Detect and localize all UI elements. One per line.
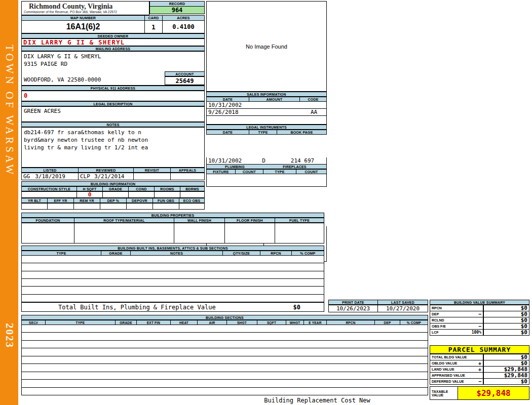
land-value-op: + bbox=[478, 367, 481, 372]
bs-sec-label: SEC# bbox=[21, 320, 46, 325]
building-sections-title: BUILDING SECTIONS bbox=[21, 315, 428, 320]
depovr-value bbox=[127, 203, 153, 210]
construction-style-value bbox=[21, 191, 77, 198]
cond-value bbox=[129, 191, 155, 198]
wall-finish-label: WALL FINISH bbox=[174, 218, 225, 223]
dep-pct-value bbox=[100, 203, 127, 210]
building-sections-column-headers: SEC# TYPE GRADE EXT FIN HEAT AIR SHGT SQ… bbox=[21, 320, 428, 325]
dep-op: − bbox=[478, 311, 481, 317]
bs-dep-label: DEP bbox=[375, 320, 400, 325]
built-in-rpcn-label: RPCN bbox=[260, 251, 292, 256]
deeded-owner-label: DEEDED OWNER bbox=[21, 33, 205, 38]
foundation-value bbox=[21, 223, 74, 244]
fuel-type-label: FUEL TYPE bbox=[275, 218, 324, 223]
empty-row bbox=[22, 348, 428, 356]
reviewed-label: REVIEWED bbox=[79, 168, 134, 173]
sales-row: 10/31/2002 bbox=[207, 102, 326, 109]
building-properties-title: BUILDING PROPERTIES bbox=[21, 213, 324, 218]
listed-by: GG bbox=[23, 173, 30, 180]
sale-date: 9/26/2018 bbox=[207, 109, 250, 115]
empty-row bbox=[22, 325, 428, 333]
fixture-label: FIXTURE bbox=[206, 169, 236, 174]
sales-table-body: 10/31/2002 9/26/2018 AA bbox=[206, 102, 327, 125]
empty-row bbox=[22, 295, 324, 302]
acres-value: 0.4100 bbox=[163, 20, 205, 33]
instrument-bookpage: 214 697 bbox=[278, 157, 327, 164]
map-value-row: 16A1(6)2 1 0.4100 bbox=[21, 20, 205, 33]
rclnd-label: RCLND bbox=[432, 318, 444, 322]
instruments-column-headers: DATE TYPE BOOK PAGE bbox=[206, 130, 327, 135]
bs-grade-label: GRADE bbox=[116, 320, 137, 325]
floor-finish-value bbox=[225, 223, 275, 244]
photo-placeholder: No Image Found bbox=[206, 1, 327, 92]
instrument-type: D bbox=[250, 157, 278, 164]
mailing-line-1: DIX LARRY G II & SHERYL bbox=[22, 53, 204, 60]
grade-value bbox=[103, 191, 129, 198]
rooms-value bbox=[155, 191, 180, 198]
rem-yr-label: REM YR bbox=[74, 198, 100, 203]
deferred-label: DEFERRED VALUE bbox=[432, 380, 464, 383]
cond-label: COND bbox=[129, 186, 155, 191]
fireplace-count-label: COUNT bbox=[296, 169, 327, 174]
building-properties-values bbox=[21, 223, 324, 244]
physical-911-label: PHYSICAL 911 ADDRESS bbox=[21, 86, 205, 91]
eco-obs-label: ECO OBS bbox=[179, 198, 205, 203]
roof-type-label: ROOF TYPE/MATERIAL bbox=[74, 218, 174, 223]
built-ins-total-label: Total Built Ins, Plumbing & Fireplace Va… bbox=[58, 304, 216, 311]
legal-description-value: GREEN ACRES bbox=[21, 106, 205, 122]
building-properties-headers: FOUNDATION ROOF TYPE/MATERIAL WALL FINIS… bbox=[21, 218, 324, 223]
taxable-value-row: TAXABLE VALUE $29,848 bbox=[430, 386, 529, 400]
footer-text: Building Replacement Cost New bbox=[206, 397, 428, 404]
building-value-summary-rows: RPCN $0 DEP− $0 RCLND $0 OBS F/E− $0 LCF… bbox=[430, 305, 529, 336]
bs-shgt-label: SHGT bbox=[227, 320, 257, 325]
foundation-label: FOUNDATION bbox=[21, 218, 74, 223]
obs-fe-op: − bbox=[478, 323, 481, 329]
bs-comp-label: % COMP bbox=[400, 320, 428, 325]
town-name-vertical: TOWN OF WARSAW bbox=[3, 45, 16, 177]
empty-row bbox=[22, 388, 428, 395]
plumbing-title: PLUMBING bbox=[206, 164, 263, 169]
listed-value: GG 3/18/2019 bbox=[21, 173, 79, 180]
record-value: 964 bbox=[149, 6, 205, 14]
last-saved-value: 10/27/2020 bbox=[378, 305, 428, 312]
built-in-qty-label: QTY/SIZE bbox=[223, 251, 260, 256]
eff-yr-value bbox=[48, 203, 74, 210]
county-header-box: Richmond County, Virginia Commissioner o… bbox=[21, 1, 149, 15]
dep-pct-label: DEP % bbox=[100, 198, 127, 203]
plumbing-count-label: COUNT bbox=[236, 169, 263, 174]
sale-date: 10/31/2002 bbox=[207, 102, 250, 108]
empty-row bbox=[22, 356, 428, 364]
notes-line-3: living tr & mary living tr 1/2 int ea bbox=[22, 144, 204, 151]
physical-911-value: 0 bbox=[21, 91, 205, 101]
instrument-date-label: DATE bbox=[206, 130, 249, 135]
dates-header-row: PRINT DATE LAST SAVED bbox=[328, 300, 428, 305]
built-ins-total-row: Total Built Ins, Plumbing & Fireplace Va… bbox=[21, 302, 324, 312]
yr-blt-label: YR BLT bbox=[21, 198, 48, 203]
town-sidebar: TOWN OF WARSAW 2023 bbox=[0, 0, 18, 405]
obldg-label: OBLDG VALUE bbox=[432, 361, 457, 365]
built-in-type-label: TYPE bbox=[21, 251, 101, 256]
rooms-label: ROOMS bbox=[155, 186, 180, 191]
built-ins-total-value: $0 bbox=[293, 304, 300, 311]
lcf-label: LCF bbox=[432, 331, 439, 334]
listed-label: LISTED bbox=[21, 168, 79, 173]
appraised-label: APPRAISED VALUE bbox=[432, 374, 465, 377]
last-saved-label: LAST SAVED bbox=[378, 300, 428, 305]
obldg-op: + bbox=[478, 360, 481, 366]
sale-code: AA bbox=[300, 109, 327, 115]
sales-column-headers: DATE AMOUNT CODE bbox=[206, 97, 327, 102]
card-value: 1 bbox=[145, 20, 163, 33]
revisit-value bbox=[134, 173, 171, 180]
built-in-notes-label: NOTES bbox=[131, 251, 223, 256]
reviewed-by: CLP bbox=[80, 173, 90, 180]
rem-yr-value bbox=[74, 203, 100, 210]
bdrms-value bbox=[180, 191, 205, 198]
notes-line-2: byrd&mary newton trustee of nb newton bbox=[22, 136, 204, 144]
summary-row: LCF100% $0 bbox=[430, 329, 529, 336]
built-ins-column-headers: TYPE GRADE NOTES QTY/SIZE RPCN % COMP bbox=[21, 251, 324, 256]
notes-label: NOTES bbox=[21, 122, 205, 127]
instrument-type-label: TYPE bbox=[249, 130, 277, 135]
roof-type-value bbox=[74, 223, 174, 244]
empty-row bbox=[22, 263, 324, 271]
appeals-label: APPEALS bbox=[171, 168, 205, 173]
